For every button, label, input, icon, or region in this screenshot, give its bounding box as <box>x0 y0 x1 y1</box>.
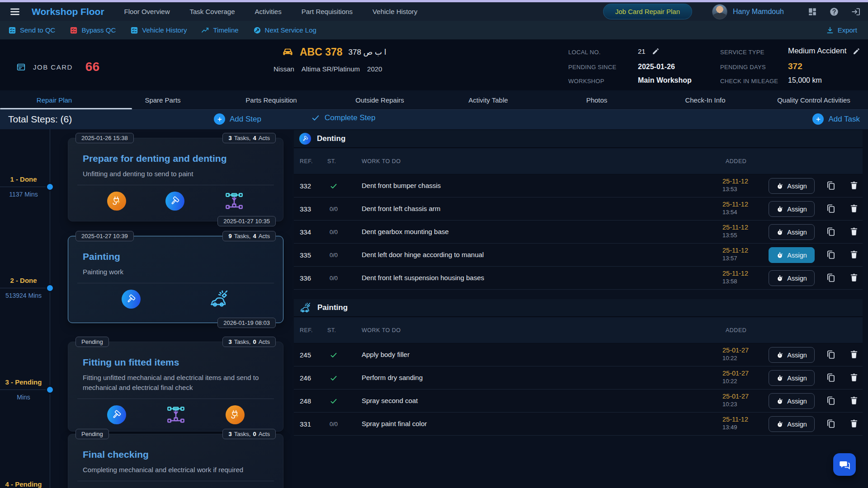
status-done-icon <box>323 389 344 413</box>
complete-step-button[interactable]: Complete Step <box>311 113 375 122</box>
plus-icon <box>812 113 824 125</box>
tab-activity-table[interactable]: Activity Table <box>434 90 542 109</box>
job-card-id: JOB CARD 66 <box>16 60 99 74</box>
step-card-painting[interactable]: 2025-01-27 10:39 9Tasks,4Acts Painting P… <box>68 236 283 323</box>
nav-item-task-coverage[interactable]: Task Coverage <box>189 8 235 15</box>
delete-icon[interactable] <box>849 395 859 405</box>
edit-local-no-icon[interactable] <box>652 47 660 55</box>
copy-icon[interactable] <box>826 272 836 283</box>
vehicle-history-button[interactable]: Vehicle History <box>130 26 187 34</box>
assign-button[interactable]: Assign <box>769 416 815 432</box>
assign-button[interactable]: Assign <box>769 224 815 240</box>
delete-icon[interactable] <box>849 418 859 428</box>
tab-quality-control-activities[interactable]: Quality Control Activities <box>760 90 868 109</box>
status-count: 0/0 <box>323 221 344 244</box>
help-icon[interactable] <box>829 7 839 17</box>
copy-icon[interactable] <box>826 249 836 260</box>
assign-button-active[interactable]: Assign <box>769 247 815 263</box>
tab-parts-requisition[interactable]: Parts Requisition <box>217 90 326 109</box>
denting-hammer-icon <box>107 405 126 424</box>
copy-icon[interactable] <box>826 226 836 237</box>
timeline-step-1-dot[interactable] <box>47 184 53 190</box>
nav-item-part-requisitions[interactable]: Part Requisitions <box>302 8 353 15</box>
job-card-number: 66 <box>85 60 99 74</box>
timeline-button[interactable]: Timeline <box>201 26 238 34</box>
copy-icon[interactable] <box>826 395 836 406</box>
user-avatar[interactable] <box>712 4 727 19</box>
tab-check-in-info[interactable]: Check-In Info <box>651 90 760 109</box>
step-card-final-checking[interactable]: Pending 3Tasks,0Acts Final checking Comp… <box>68 434 283 488</box>
nav-item-floor-overview[interactable]: Floor Overview <box>124 8 170 15</box>
assign-button[interactable]: Assign <box>769 201 815 217</box>
step-start-badge: 2025-01-26 15:38 <box>75 133 134 143</box>
assign-button[interactable]: Assign <box>769 370 815 386</box>
user-name[interactable]: Hany Mamdouh <box>733 8 784 16</box>
copy-icon[interactable] <box>826 349 836 360</box>
export-button[interactable]: Export <box>826 26 857 34</box>
assign-button[interactable]: Assign <box>769 347 815 363</box>
status-count: 0/0 <box>323 413 344 436</box>
step-card-fitting-unfitted-items[interactable]: Pending 3Tasks,0Acts Fitting un fitted i… <box>68 342 283 432</box>
timeline-connector <box>0 187 50 187</box>
timeline-connector <box>0 288 50 288</box>
work-description: Apply body filler <box>362 351 410 358</box>
delete-icon[interactable] <box>849 272 859 282</box>
step-description: Painting work <box>83 267 269 277</box>
timeline-step-3-dot[interactable] <box>47 387 53 393</box>
col-ref: REF. <box>300 327 313 333</box>
assign-button[interactable]: Assign <box>769 393 815 409</box>
assign-button[interactable]: Assign <box>769 178 815 194</box>
assign-button[interactable]: Assign <box>769 270 815 286</box>
timeline-step-1-status: 1 - Done <box>0 175 47 183</box>
delete-icon[interactable] <box>849 203 859 213</box>
add-task-button[interactable]: Add Task <box>812 113 860 125</box>
active-tab-underline <box>0 108 132 109</box>
send-to-qc-button[interactable]: Send to QC <box>8 26 55 34</box>
job-card-repair-plan-button[interactable]: Job Card Repair Plan <box>603 4 692 19</box>
nav-item-vehicle-history[interactable]: Vehicle History <box>373 8 417 15</box>
section-header-denting: Denting <box>294 130 863 148</box>
added-datetime: 25-01-2710:22 <box>722 347 749 361</box>
tab-spare-parts[interactable]: Spare Parts <box>108 90 217 109</box>
nav-item-activities[interactable]: Activities <box>255 8 282 15</box>
delete-icon[interactable] <box>849 349 859 359</box>
work-row-333: 333 0/0 Dent front left chassis arm 25-1… <box>294 197 863 221</box>
tab-photos[interactable]: Photos <box>542 90 651 109</box>
step-description: Fitting unfitted mechanical and electric… <box>83 373 269 393</box>
app-brand[interactable]: Workshop Floor <box>32 6 104 17</box>
hamburger-menu-icon[interactable] <box>9 6 21 18</box>
edit-service-type-icon[interactable] <box>853 47 860 55</box>
step-tasks-acts-badge: 9Tasks,4Acts <box>222 231 276 241</box>
step-card-prepare-for-denting[interactable]: 2025-01-26 15:38 3Tasks,4Acts Prepare fo… <box>68 138 283 221</box>
delete-icon[interactable] <box>849 180 859 190</box>
chat-button[interactable] <box>833 453 856 476</box>
section-title: Painting <box>317 303 348 312</box>
delete-icon[interactable] <box>849 249 859 259</box>
delete-icon[interactable] <box>849 372 859 382</box>
copy-icon[interactable] <box>826 418 836 429</box>
local-no-label: LOCAL NO. <box>568 49 601 56</box>
chassis-icon <box>224 191 245 211</box>
stopwatch-icon <box>776 352 783 359</box>
vehicle-make: Nissan <box>274 65 294 73</box>
work-ref: 336 <box>300 274 311 282</box>
mileage-label: CHECK IN MILEAGE <box>720 78 778 84</box>
logout-icon[interactable] <box>851 7 861 17</box>
plus-icon <box>214 113 225 125</box>
tab-outside-repairs[interactable]: Outside Repairs <box>326 90 434 109</box>
apps-grid-icon[interactable] <box>807 7 817 17</box>
copy-icon[interactable] <box>826 372 836 383</box>
step-tasks-acts-badge: 3Tasks,0Acts <box>222 337 276 347</box>
job-card-label: JOB CARD <box>33 63 73 71</box>
tab-repair-plan[interactable]: Repair Plan <box>0 90 108 109</box>
step-tasks-acts-badge: 3Tasks,0Acts <box>222 429 276 439</box>
timeline-step-2-dot[interactable] <box>47 285 53 291</box>
copy-icon[interactable] <box>826 203 836 214</box>
copy-icon[interactable] <box>826 180 836 191</box>
plate-number-en: ABC 378 <box>300 46 343 58</box>
add-step-button[interactable]: Add Step <box>214 113 261 125</box>
card-divider <box>77 283 274 283</box>
delete-icon[interactable] <box>849 226 859 236</box>
next-service-log-button[interactable]: Next Service Log <box>253 26 316 34</box>
bypass-qc-button[interactable]: Bypass QC <box>70 26 116 34</box>
